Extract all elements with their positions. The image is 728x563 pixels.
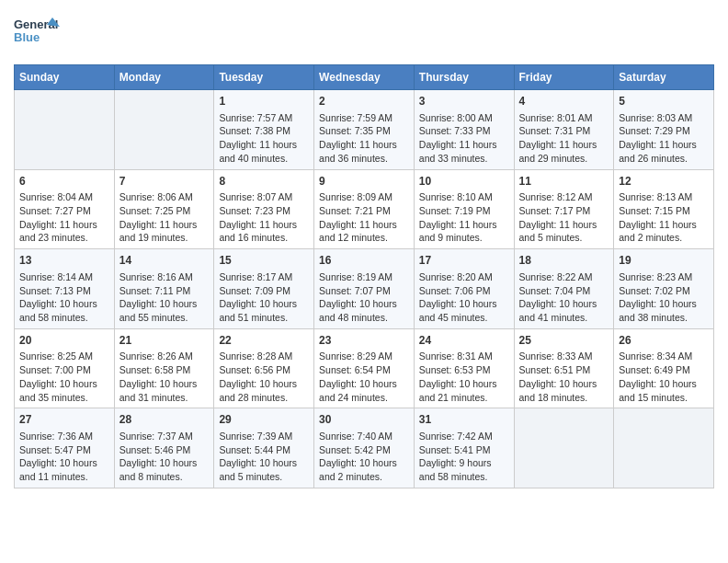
day-number: 16 (319, 253, 409, 269)
daylight-text: Daylight: 10 hours and 11 minutes. (19, 457, 97, 482)
day-number: 23 (319, 333, 409, 349)
daylight-text: Daylight: 10 hours and 2 minutes. (319, 457, 397, 482)
sunrise-text: Sunrise: 8:12 AM (519, 191, 593, 202)
sunset-text: Sunset: 7:29 PM (619, 125, 690, 136)
day-number: 4 (519, 94, 609, 109)
daylight-text: Daylight: 10 hours and 5 minutes. (219, 457, 297, 482)
sunset-text: Sunset: 7:07 PM (319, 285, 391, 296)
page-header: General Blue (14, 14, 714, 55)
daylight-text: Daylight: 10 hours and 41 minutes. (519, 298, 597, 323)
day-number: 11 (519, 174, 609, 190)
sunrise-text: Sunrise: 8:28 AM (219, 350, 292, 362)
sunset-text: Sunset: 5:42 PM (319, 444, 391, 455)
daylight-text: Daylight: 10 hours and 51 minutes. (219, 298, 297, 323)
daylight-text: Daylight: 10 hours and 8 minutes. (119, 457, 198, 482)
day-number: 15 (219, 253, 309, 269)
daylight-text: Daylight: 9 hours and 58 minutes. (419, 457, 492, 482)
sunset-text: Sunset: 7:33 PM (419, 125, 491, 136)
sunrise-text: Sunrise: 8:31 AM (419, 350, 493, 362)
calendar-week-2: 6 Sunrise: 8:04 AM Sunset: 7:27 PM Dayli… (15, 169, 714, 249)
sunrise-text: Sunrise: 8:10 AM (419, 191, 493, 202)
sunset-text: Sunset: 6:51 PM (519, 364, 591, 375)
sunrise-text: Sunrise: 8:26 AM (119, 350, 193, 362)
calendar-day-30: 30 Sunrise: 7:40 AM Sunset: 5:42 PM Dayl… (314, 408, 415, 488)
calendar-day-18: 18 Sunrise: 8:22 AM Sunset: 7:04 PM Dayl… (514, 249, 614, 329)
daylight-text: Daylight: 10 hours and 35 minutes. (19, 378, 97, 403)
day-header-saturday: Saturday (614, 65, 714, 90)
calendar-day-22: 22 Sunrise: 8:28 AM Sunset: 6:56 PM Dayl… (214, 328, 314, 408)
sunset-text: Sunset: 7:00 PM (19, 364, 91, 375)
day-header-thursday: Thursday (414, 65, 514, 90)
day-header-friday: Friday (514, 65, 614, 90)
sunset-text: Sunset: 7:09 PM (219, 285, 290, 296)
sunrise-text: Sunrise: 8:34 AM (619, 350, 692, 362)
calendar-day-26: 26 Sunrise: 8:34 AM Sunset: 6:49 PM Dayl… (614, 328, 714, 408)
sunset-text: Sunset: 7:04 PM (519, 285, 591, 296)
sunrise-text: Sunrise: 8:09 AM (319, 191, 392, 202)
daylight-text: Daylight: 10 hours and 24 minutes. (319, 378, 397, 403)
sunrise-text: Sunrise: 7:59 AM (319, 112, 392, 123)
day-number: 2 (319, 94, 409, 109)
day-number: 14 (119, 253, 210, 269)
day-header-tuesday: Tuesday (214, 65, 314, 90)
day-number: 21 (119, 333, 210, 349)
day-number: 8 (219, 174, 309, 190)
sunset-text: Sunset: 5:47 PM (19, 444, 91, 455)
sunset-text: Sunset: 7:23 PM (219, 205, 290, 216)
day-number: 9 (319, 174, 409, 190)
calendar-day-19: 19 Sunrise: 8:23 AM Sunset: 7:02 PM Dayl… (614, 249, 714, 329)
calendar-day-8: 8 Sunrise: 8:07 AM Sunset: 7:23 PM Dayli… (214, 169, 314, 249)
day-number: 27 (19, 412, 109, 428)
sunrise-text: Sunrise: 8:23 AM (619, 271, 692, 282)
daylight-text: Daylight: 11 hours and 40 minutes. (219, 139, 297, 164)
sunrise-text: Sunrise: 8:06 AM (119, 191, 193, 202)
calendar-day-17: 17 Sunrise: 8:20 AM Sunset: 7:06 PM Dayl… (414, 249, 514, 329)
sunset-text: Sunset: 7:21 PM (319, 205, 391, 216)
calendar-day-1: 1 Sunrise: 7:57 AM Sunset: 7:38 PM Dayli… (214, 90, 314, 170)
sunrise-text: Sunrise: 7:57 AM (219, 112, 292, 123)
sunset-text: Sunset: 7:27 PM (19, 205, 91, 216)
calendar-day-7: 7 Sunrise: 8:06 AM Sunset: 7:25 PM Dayli… (114, 169, 214, 249)
day-number: 10 (419, 174, 509, 190)
sunrise-text: Sunrise: 8:25 AM (19, 350, 93, 362)
daylight-text: Daylight: 11 hours and 33 minutes. (419, 139, 497, 164)
sunset-text: Sunset: 7:13 PM (19, 285, 91, 296)
daylight-text: Daylight: 11 hours and 2 minutes. (619, 219, 697, 244)
sunset-text: Sunset: 6:56 PM (219, 364, 290, 375)
daylight-text: Daylight: 11 hours and 36 minutes. (319, 139, 397, 164)
calendar-day-empty (15, 90, 115, 170)
sunrise-text: Sunrise: 7:36 AM (19, 431, 93, 442)
sunrise-text: Sunrise: 8:03 AM (619, 112, 692, 123)
sunset-text: Sunset: 7:19 PM (419, 205, 491, 216)
calendar-day-29: 29 Sunrise: 7:39 AM Sunset: 5:44 PM Dayl… (214, 408, 314, 488)
calendar-day-31: 31 Sunrise: 7:42 AM Sunset: 5:41 PM Dayl… (414, 408, 514, 488)
logo: General Blue (14, 14, 60, 55)
calendar-day-23: 23 Sunrise: 8:29 AM Sunset: 6:54 PM Dayl… (314, 328, 415, 408)
daylight-text: Daylight: 11 hours and 12 minutes. (319, 219, 397, 244)
sunset-text: Sunset: 6:49 PM (619, 364, 690, 375)
daylight-text: Daylight: 11 hours and 16 minutes. (219, 219, 297, 244)
sunset-text: Sunset: 7:35 PM (319, 125, 391, 136)
sunset-text: Sunset: 5:46 PM (119, 444, 191, 455)
sunset-text: Sunset: 6:54 PM (319, 364, 391, 375)
calendar-week-4: 20 Sunrise: 8:25 AM Sunset: 7:00 PM Dayl… (15, 328, 714, 408)
daylight-text: Daylight: 10 hours and 38 minutes. (619, 298, 697, 323)
sunset-text: Sunset: 6:53 PM (419, 364, 491, 375)
calendar-day-20: 20 Sunrise: 8:25 AM Sunset: 7:00 PM Dayl… (15, 328, 115, 408)
calendar-week-1: 1 Sunrise: 7:57 AM Sunset: 7:38 PM Dayli… (15, 90, 714, 170)
sunrise-text: Sunrise: 8:01 AM (519, 112, 593, 123)
daylight-text: Daylight: 11 hours and 5 minutes. (519, 219, 597, 244)
sunrise-text: Sunrise: 7:40 AM (319, 431, 392, 442)
calendar-table: SundayMondayTuesdayWednesdayThursdayFrid… (14, 64, 714, 488)
sunrise-text: Sunrise: 8:13 AM (619, 191, 692, 202)
day-number: 22 (219, 333, 309, 349)
sunset-text: Sunset: 7:17 PM (519, 205, 591, 216)
daylight-text: Daylight: 10 hours and 31 minutes. (119, 378, 198, 403)
day-header-monday: Monday (114, 65, 214, 90)
calendar-day-6: 6 Sunrise: 8:04 AM Sunset: 7:27 PM Dayli… (15, 169, 115, 249)
calendar-day-12: 12 Sunrise: 8:13 AM Sunset: 7:15 PM Dayl… (614, 169, 714, 249)
calendar-day-11: 11 Sunrise: 8:12 AM Sunset: 7:17 PM Dayl… (514, 169, 614, 249)
sunrise-text: Sunrise: 7:42 AM (419, 431, 493, 442)
day-number: 18 (519, 253, 609, 269)
sunrise-text: Sunrise: 7:37 AM (119, 431, 193, 442)
